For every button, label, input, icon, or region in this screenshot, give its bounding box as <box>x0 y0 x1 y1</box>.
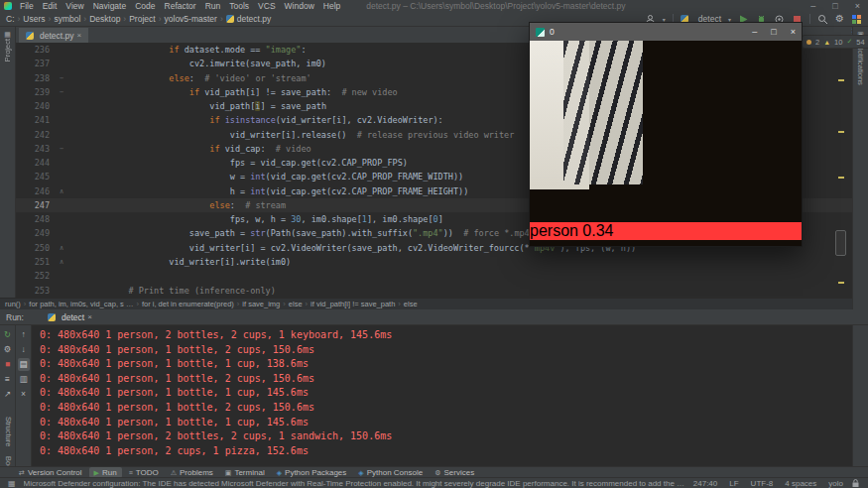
menu-item[interactable]: Edit <box>43 1 58 11</box>
breadcrumb-item[interactable]: Users <box>23 14 45 24</box>
code-line[interactable]: 253 # Print time (inference-only) <box>16 284 852 298</box>
line-number[interactable]: 238 <box>16 71 56 85</box>
line-number[interactable]: 237 <box>16 57 56 70</box>
status-widget[interactable]: UTF-8 <box>751 479 774 488</box>
tab-close-icon[interactable]: × <box>77 31 82 40</box>
breadcrumb-item[interactable]: Desktop <box>89 14 120 24</box>
line-number[interactable]: 248 <box>16 212 56 226</box>
cv-minimize-button[interactable]: – <box>752 27 757 37</box>
line-number[interactable]: 246 <box>16 184 56 198</box>
line-number[interactable]: 243 <box>16 142 56 156</box>
fold-marker-icon[interactable]: − <box>56 71 67 85</box>
console-icon[interactable]: ↑ <box>18 328 30 341</box>
tool-window-button[interactable]: ◈ Python Console <box>353 467 428 478</box>
context-breadcrumb-item[interactable]: for i, det in enumerate(pred) <box>142 300 234 308</box>
tool-window-button[interactable]: ◈ Python Packages <box>272 467 352 478</box>
fold-marker-icon[interactable]: ∧ <box>56 255 67 269</box>
cv-close-button[interactable]: × <box>791 27 796 37</box>
opencv-window[interactable]: 0 – □ × <box>529 22 803 247</box>
console-icon[interactable]: ▤ <box>18 358 30 371</box>
menu-item[interactable]: Window <box>285 1 314 11</box>
console-icon[interactable]: ↓ <box>18 343 30 356</box>
close-button[interactable]: × <box>855 0 860 12</box>
settings-gear-icon[interactable]: ⚙ <box>835 14 844 24</box>
line-number[interactable]: 242 <box>16 128 56 142</box>
menu-item[interactable]: Code <box>135 1 155 11</box>
context-breadcrumb-item[interactable]: run() <box>5 300 21 308</box>
search-everywhere-icon[interactable] <box>817 14 828 25</box>
tab-detect-py[interactable]: detect.py × <box>19 28 88 43</box>
menu-item[interactable]: Tools <box>229 1 249 11</box>
cv-maximize-button[interactable]: □ <box>771 27 776 37</box>
console-icon[interactable]: ⚙ <box>2 343 14 356</box>
scrollbar-thumb[interactable] <box>835 230 846 256</box>
sidebar-item-notifications[interactable]: Notifications <box>856 45 865 85</box>
line-number[interactable]: 236 <box>16 43 56 57</box>
line-number[interactable]: 240 <box>16 99 56 113</box>
run-tab-detect[interactable]: detect × <box>48 312 92 322</box>
breadcrumb-item[interactable]: symbol <box>54 14 80 24</box>
console-icon[interactable]: ■ <box>2 358 14 371</box>
console-icon[interactable]: ↻ <box>2 328 14 341</box>
tool-window-button[interactable]: ⚙ Services <box>430 467 479 478</box>
line-number[interactable]: 247 <box>16 198 56 212</box>
fold-marker-icon[interactable]: ∧ <box>56 241 67 255</box>
context-breadcrumb-item[interactable]: if save_img <box>242 300 280 308</box>
status-widget[interactable]: yolo <box>828 479 843 488</box>
lock-icon[interactable] <box>851 478 860 488</box>
minimize-button[interactable]: – <box>810 0 815 12</box>
context-breadcrumb-item[interactable]: for path, im, im0s, vid_cap, s … <box>29 300 133 308</box>
line-number[interactable]: 251 <box>16 255 56 269</box>
context-breadcrumb-item[interactable]: else <box>289 300 303 308</box>
line-number[interactable]: 250 <box>16 241 56 255</box>
line-number[interactable]: 241 <box>16 113 56 127</box>
inspections-widget[interactable]: 2 ▲ 10 ✓ 54 ∧ ∨ <box>802 35 868 49</box>
code-line[interactable]: 252 <box>16 269 852 283</box>
breadcrumb-item[interactable]: yolov5-master <box>165 14 217 24</box>
sidebar-item-structure[interactable]: Structure <box>4 417 13 446</box>
line-number[interactable]: 239 <box>16 85 56 99</box>
breadcrumb-item[interactable]: detect.py <box>237 14 272 24</box>
opencv-titlebar[interactable]: 0 – □ × <box>530 23 802 41</box>
scrollbar-warning-mark[interactable] <box>838 131 844 133</box>
console-icon[interactable]: ↗ <box>2 388 14 401</box>
menu-item[interactable]: Refactor <box>165 1 196 11</box>
tool-window-button[interactable]: ≡ TODO <box>124 467 164 478</box>
tool-window-button[interactable]: ⇄ Version Control <box>14 467 87 478</box>
status-widget[interactable]: LF <box>729 479 738 488</box>
line-number[interactable]: 253 <box>16 284 56 298</box>
console-icon[interactable]: ▥ <box>18 373 30 386</box>
fold-marker-icon[interactable]: − <box>56 85 67 99</box>
scrollbar-warning-mark[interactable] <box>838 177 844 179</box>
menu-item[interactable]: Navigate <box>93 1 127 11</box>
menu-item[interactable]: Run <box>205 1 221 11</box>
tool-window-button[interactable]: ⚠ Problems <box>166 467 218 478</box>
toolbox-icon[interactable] <box>851 14 862 25</box>
sidebar-item-project[interactable]: Project <box>3 39 12 61</box>
code-line[interactable]: 251∧ vid_writer[i].write(im0) <box>16 255 852 269</box>
fold-marker-icon[interactable]: ∧ <box>56 184 67 198</box>
tool-window-button[interactable]: ▶ Run <box>89 467 122 478</box>
breadcrumb-item[interactable]: Project <box>129 14 155 24</box>
line-number[interactable]: 249 <box>16 226 56 240</box>
scrollbar-warning-mark[interactable] <box>838 282 844 284</box>
breadcrumb-item[interactable]: C: <box>6 14 15 24</box>
context-breadcrumb-item[interactable]: else <box>404 300 418 308</box>
line-number[interactable]: 244 <box>16 156 56 170</box>
scrollbar-warning-mark[interactable] <box>838 79 844 81</box>
console-icon[interactable]: ≡ <box>2 373 14 386</box>
maximize-button[interactable]: □ <box>832 0 837 12</box>
console-icon[interactable]: × <box>18 388 30 401</box>
sidebar-item-bookmarks[interactable]: Bookmarks <box>4 456 13 466</box>
fold-marker-icon[interactable]: − <box>56 142 67 156</box>
tool-window-button[interactable]: ▣ Terminal <box>220 467 270 478</box>
tool-window-switcher-icon[interactable]: ▦ <box>8 479 16 488</box>
menu-item[interactable]: View <box>65 1 83 11</box>
run-tab-close-icon[interactable]: × <box>87 312 92 321</box>
line-number[interactable]: 245 <box>16 170 56 183</box>
menu-item[interactable]: File <box>20 1 34 11</box>
menu-item[interactable]: VCS <box>258 1 275 11</box>
status-message[interactable]: Microsoft Defender configuration: The ID… <box>24 479 685 488</box>
status-widget[interactable]: 247:40 <box>693 479 717 488</box>
menu-item[interactable]: Help <box>323 1 340 11</box>
